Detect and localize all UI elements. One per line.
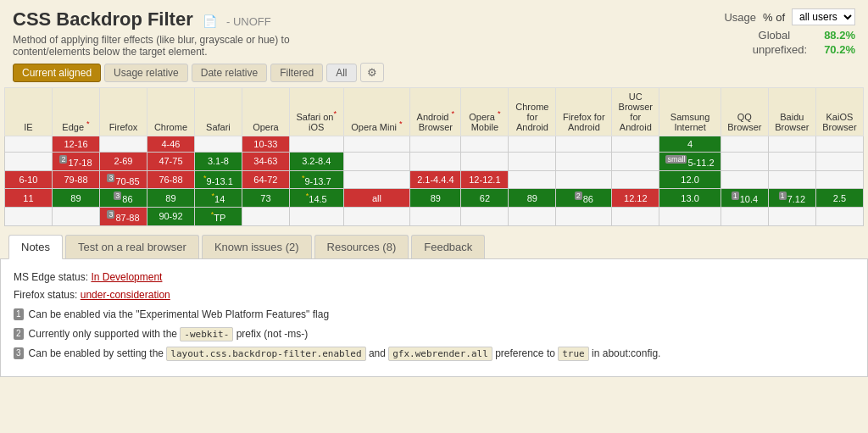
table-row xyxy=(410,136,461,153)
table-row: 2-69 xyxy=(99,153,147,171)
date-relative-btn[interactable]: Date relative xyxy=(192,64,267,82)
toolbar: Current aligned Usage relative Date rela… xyxy=(0,58,868,87)
tab-known-issues[interactable]: Known issues (2) xyxy=(202,235,312,258)
usage-select[interactable]: all users xyxy=(792,8,855,25)
doc-icon: 📄 xyxy=(203,14,217,28)
all-btn[interactable]: All xyxy=(326,64,356,82)
table-row: 34-63 xyxy=(242,153,289,171)
compat-table-wrapper: IE Edge * Firefox Chrome Safari Opera Sa… xyxy=(0,87,868,226)
note-2: 2 Currently only supported with the -web… xyxy=(14,326,854,342)
table-row: 386 xyxy=(99,189,147,208)
table-row: *9-13.1 xyxy=(194,170,242,189)
tab-notes[interactable]: Notes xyxy=(8,235,63,259)
table-row: 73 xyxy=(242,189,289,208)
table-row: 89 xyxy=(52,189,99,208)
table-row xyxy=(612,207,659,225)
table-row: 89 xyxy=(147,189,194,208)
browser-header-safari-ios: Safari on*iOS xyxy=(289,88,343,136)
browser-header-android-browser: Android *Browser xyxy=(410,88,461,136)
firefox-status: Firefox status: under-consideration xyxy=(14,287,854,303)
table-row xyxy=(343,207,410,225)
browser-header-opera-mobile: Opera *Mobile xyxy=(461,88,509,136)
tab-resources[interactable]: Resources (8) xyxy=(314,235,409,258)
table-row xyxy=(721,136,768,153)
table-row xyxy=(343,170,410,189)
ms-edge-status: MS Edge status: In Development xyxy=(14,269,854,286)
table-row xyxy=(52,207,99,225)
table-row: 89 xyxy=(410,189,461,208)
table-row: 4-46 xyxy=(147,136,194,153)
table-row xyxy=(815,207,863,225)
note-3: 3 Can be enabled by setting the layout.c… xyxy=(14,346,854,362)
table-row xyxy=(289,207,343,225)
table-row: 89 xyxy=(509,189,556,208)
filtered-btn[interactable]: Filtered xyxy=(270,64,323,82)
current-aligned-btn[interactable]: Current aligned xyxy=(13,64,101,82)
table-row: 110.4 xyxy=(721,189,768,208)
table-row xyxy=(343,153,410,171)
table-row: 76-88 xyxy=(147,170,194,189)
table-row xyxy=(815,170,863,189)
table-row: 12-16 xyxy=(52,136,99,153)
table-row: all xyxy=(343,189,410,208)
browser-header-qq: QQBrowser xyxy=(721,88,768,136)
feature-description: Method of applying filter effects (like … xyxy=(13,34,309,58)
usage-relative-btn[interactable]: Usage relative xyxy=(104,64,188,82)
notes-panel: MS Edge status: In Development Firefox s… xyxy=(0,259,868,377)
table-row: 90-92 xyxy=(147,207,194,225)
table-row: *TP xyxy=(194,207,242,225)
table-row: 11 xyxy=(5,189,53,208)
table-row xyxy=(556,170,612,189)
table-row xyxy=(612,170,659,189)
table-row xyxy=(461,153,509,171)
browser-header-chrome: Chrome xyxy=(147,88,194,136)
table-row: 217-18 xyxy=(52,153,99,171)
firefox-link[interactable]: under-consideration xyxy=(81,289,170,301)
table-row: *14.5 xyxy=(289,189,343,208)
table-row: *9-13.7 xyxy=(289,170,343,189)
table-row xyxy=(815,136,863,153)
table-row xyxy=(509,207,556,225)
table-row xyxy=(99,136,147,153)
table-row xyxy=(509,170,556,189)
note-1: 1 Can be enabled via the "Experimental W… xyxy=(14,307,854,323)
table-row xyxy=(768,153,815,171)
tab-test-real-browser[interactable]: Test on a real browser xyxy=(65,235,199,258)
table-row: 6-10 xyxy=(5,170,53,189)
table-row xyxy=(556,153,612,171)
table-row xyxy=(721,153,768,171)
table-row xyxy=(5,207,53,225)
table-row: 79-88 xyxy=(52,170,99,189)
compat-table: IE Edge * Firefox Chrome Safari Opera Sa… xyxy=(4,87,864,226)
table-row xyxy=(612,136,659,153)
browser-header-firefox: Firefox xyxy=(99,88,147,136)
tab-feedback[interactable]: Feedback xyxy=(411,235,485,258)
table-row xyxy=(410,207,461,225)
tabs-bar: Notes Test on a real browser Known issue… xyxy=(0,235,868,259)
table-row xyxy=(343,136,410,153)
table-row: 2.5 xyxy=(815,189,863,208)
table-row xyxy=(815,153,863,171)
browser-header-uc-browser: UCBrowserforAndroid xyxy=(612,88,659,136)
table-row xyxy=(5,153,53,171)
table-row: 387-88 xyxy=(99,207,147,225)
table-row: small5-11.2 xyxy=(659,153,721,171)
table-row xyxy=(194,136,242,153)
table-row: 47-75 xyxy=(147,153,194,171)
table-row: 12.0 xyxy=(659,170,721,189)
table-row xyxy=(556,136,612,153)
table-row xyxy=(556,207,612,225)
table-row xyxy=(768,207,815,225)
table-row xyxy=(410,153,461,171)
table-row: 3.1-8 xyxy=(194,153,242,171)
ms-edge-link[interactable]: In Development xyxy=(91,271,162,283)
table-row xyxy=(721,170,768,189)
table-row xyxy=(659,207,721,225)
table-row: 13.0 xyxy=(659,189,721,208)
browser-header-opera-mini: Opera Mini * xyxy=(343,88,410,136)
table-row xyxy=(509,153,556,171)
table-row: 3.2-8.4 xyxy=(289,153,343,171)
table-row: 370-85 xyxy=(99,170,147,189)
browser-header-opera: Opera xyxy=(242,88,289,136)
gear-button[interactable]: ⚙ xyxy=(360,63,384,82)
